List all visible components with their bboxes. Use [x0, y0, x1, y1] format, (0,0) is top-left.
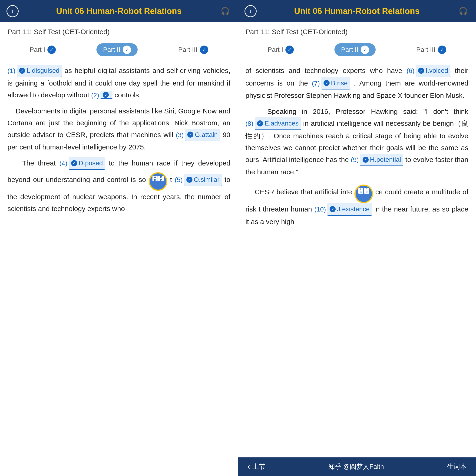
right-tab3-check: ✓ [438, 46, 446, 54]
ab-cell-a: AB [153, 176, 158, 181]
answer-tag-8: (8) ✓ E.advances [245, 117, 301, 130]
answer-num-5: (5) [175, 174, 183, 186]
right-paragraph-continuation: of scientists and technology experts who… [245, 65, 468, 101]
answer-tag-7: (7) ✓ B.rise [312, 77, 350, 90]
answer-text-9: H.potential [370, 154, 401, 165]
right-header: ‹ Unit 06 Human-Robot Relations 🎧 [238, 0, 476, 22]
prev-back-icon: ‹ [247, 462, 250, 472]
right-tab1-label: Part I [268, 46, 283, 53]
answer-num-2: (2) [91, 90, 99, 101]
right-tab1-check: ✓ [285, 46, 294, 54]
answer-box-5[interactable]: ✓ O.similar [184, 174, 222, 186]
answer-text-3: G.attain [195, 129, 218, 140]
answer-box-7[interactable]: ✓ B.rise [321, 77, 350, 90]
right-tab-bar: Part I ✓ Part II ✓ Part III ✓ [238, 39, 476, 60]
answer-text-8: E.advances [265, 118, 298, 129]
floating-ab-icon-left[interactable]: AB CD [149, 170, 167, 191]
answer-tag-10: (10) ✓ J.existence [314, 203, 372, 216]
p3-text-1: The threat [7, 159, 60, 167]
left-tab-bar: Part I ✓ Part II ✓ Part III ✓ [0, 39, 238, 60]
left-back-button[interactable]: ‹ [6, 5, 18, 17]
ab-cell-a-r: AB [358, 188, 363, 194]
answer-box-1[interactable]: ✓ L.disguised [17, 65, 62, 77]
answer-num-3: (3) [176, 129, 184, 141]
answer-box-10[interactable]: ✓ J.existence [327, 203, 372, 216]
answer-tag-3: (3) ✓ G.attain [176, 129, 220, 141]
prev-section-label: 上节 [252, 462, 265, 471]
left-tab-part3[interactable]: Part III ✓ [178, 46, 208, 54]
answer-box-6[interactable]: ✓ I.voiced [416, 65, 450, 77]
right-tab-part1[interactable]: Part I ✓ [268, 46, 294, 54]
right-tab2-label: Part II [341, 46, 358, 53]
left-tab1-label: Part I [30, 46, 45, 53]
answer-tag-4: (4) ✓ D.posed [60, 157, 105, 170]
answer-tag-5: (5) ✓ O.similar [175, 174, 222, 186]
left-tab3-check: ✓ [200, 46, 208, 54]
right-tab2-check: ✓ [361, 46, 369, 54]
answer-num-4: (4) [60, 158, 68, 169]
floating-ab-icon-right[interactable]: AB CD [355, 182, 373, 203]
left-subtitle: Part 11: Self Test (CET-Oriented) [0, 22, 238, 39]
answer-text-5: O.similar [194, 174, 220, 185]
rp2-text-1: Speaking in 2016, Professor Hawking said… [245, 108, 468, 115]
ab-grid-left: AB CD [153, 176, 164, 187]
left-content: (1) ✓ L.disguised as helpful digital ass… [0, 60, 238, 476]
ab-circle-left: AB CD [149, 172, 167, 191]
left-paragraph-3: The threat (4) ✓ D.posed to the human ra… [7, 157, 230, 214]
ab-cell-b: CD [158, 176, 164, 181]
answer-box-9[interactable]: ✓ H.potential [360, 154, 404, 166]
answer-num-6: (6) [407, 65, 414, 76]
right-bottom-bar: ‹ 上节 知乎 @圆梦人Faith 生词本 [238, 458, 476, 476]
vocab-label: 生词本 [447, 462, 466, 471]
ab-grid-right: AB CD [358, 188, 369, 199]
answer-check-5: ✓ [187, 177, 192, 183]
vocab-button[interactable]: 生词本 [447, 462, 466, 471]
right-headphone-icon[interactable]: 🎧 [457, 5, 469, 17]
branding-text: 知乎 @圆梦人Faith [328, 462, 384, 471]
answer-check-10: ✓ [330, 206, 336, 212]
answer-num-10: (10) [314, 204, 326, 215]
answer-check-8: ✓ [257, 120, 263, 126]
answer-check-6: ✓ [418, 68, 424, 74]
left-tab3-label: Part III [178, 46, 197, 53]
right-content: of scientists and technology experts who… [238, 60, 476, 458]
answer-box-2[interactable]: ✓ [101, 91, 113, 99]
left-header-title: Unit 06 Human-Robot Relations [22, 6, 215, 16]
right-back-button[interactable]: ‹ [244, 5, 256, 17]
answer-box-8[interactable]: ✓ E.advances [255, 117, 301, 130]
rp1-text-1: of scientists and technology experts who… [245, 67, 407, 74]
right-tab-part3[interactable]: Part III ✓ [416, 46, 446, 54]
right-paragraph-hawking: Speaking in 2016, Professor Hawking said… [245, 105, 468, 178]
left-tab-part2[interactable]: Part II ✓ [96, 43, 137, 56]
left-header: ‹ Unit 06 Human-Robot Relations 🎧 [0, 0, 238, 22]
answer-tag-9: (9) ✓ H.potential [351, 154, 403, 166]
rp3-text-1: CESR believe that artificial inte [245, 188, 352, 196]
right-paragraph-cesr: CESR believe that artificial inte AB CD … [245, 182, 468, 227]
p3-text-3: t [170, 176, 174, 183]
answer-check-3: ✓ [187, 132, 193, 137]
answer-tag-1: (1) ✓ L.disguised [7, 65, 62, 77]
answer-check-2: ✓ [103, 92, 109, 98]
ab-cell-b-r: CD [364, 188, 369, 194]
right-tab3-label: Part III [416, 46, 435, 53]
answer-box-3[interactable]: ✓ G.attain [185, 129, 220, 141]
answer-tag-6: (6) ✓ I.voiced [407, 65, 450, 77]
right-tab-part2[interactable]: Part II ✓ [334, 43, 375, 56]
left-panel: ‹ Unit 06 Human-Robot Relations 🎧 Part 1… [0, 0, 238, 476]
answer-num-1: (1) [7, 65, 15, 76]
left-tab2-check: ✓ [123, 46, 131, 54]
answer-text-10: J.existence [337, 204, 370, 215]
answer-check-1: ✓ [19, 68, 25, 74]
left-headphone-icon[interactable]: 🎧 [219, 5, 231, 17]
left-tab-part1[interactable]: Part I ✓ [30, 46, 56, 54]
answer-text-7: B.rise [331, 78, 348, 89]
answer-check-9: ✓ [363, 157, 369, 163]
answer-num-8: (8) [245, 118, 253, 129]
right-panel: ‹ Unit 06 Human-Robot Relations 🎧 Part 1… [238, 0, 476, 476]
answer-check-7: ✓ [323, 80, 330, 86]
answer-num-7: (7) [312, 78, 320, 89]
prev-section-button[interactable]: ‹ 上节 [247, 462, 265, 472]
left-tab1-check: ✓ [47, 46, 56, 54]
answer-box-4[interactable]: ✓ D.posed [69, 157, 105, 170]
right-subtitle: Part 11: Self Test (CET-Oriented) [238, 22, 476, 39]
